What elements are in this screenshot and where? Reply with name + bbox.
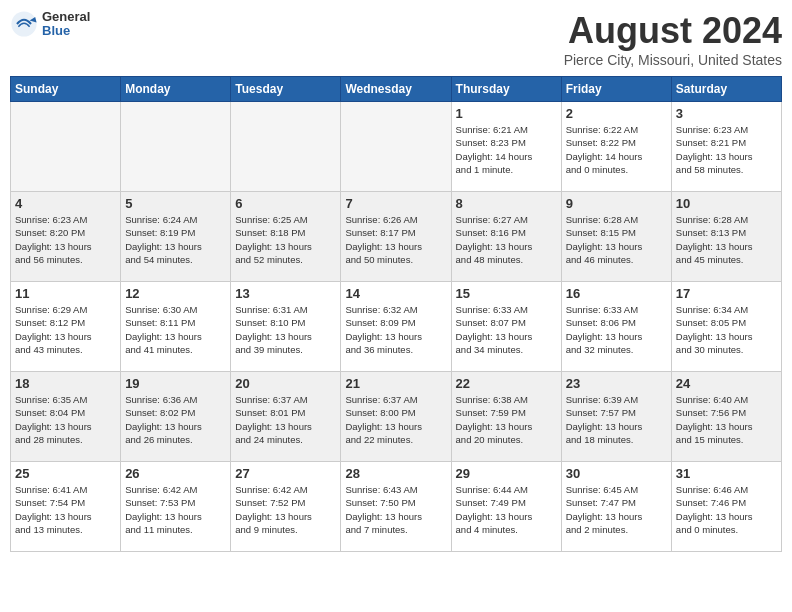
day-number: 26 bbox=[125, 466, 226, 481]
day-number: 21 bbox=[345, 376, 446, 391]
day-number: 12 bbox=[125, 286, 226, 301]
calendar-cell: 24Sunrise: 6:40 AM Sunset: 7:56 PM Dayli… bbox=[671, 372, 781, 462]
calendar-week-2: 4Sunrise: 6:23 AM Sunset: 8:20 PM Daylig… bbox=[11, 192, 782, 282]
day-info: Sunrise: 6:42 AM Sunset: 7:53 PM Dayligh… bbox=[125, 483, 226, 536]
calendar-cell: 15Sunrise: 6:33 AM Sunset: 8:07 PM Dayli… bbox=[451, 282, 561, 372]
calendar-cell: 9Sunrise: 6:28 AM Sunset: 8:15 PM Daylig… bbox=[561, 192, 671, 282]
calendar-cell: 3Sunrise: 6:23 AM Sunset: 8:21 PM Daylig… bbox=[671, 102, 781, 192]
weekday-header-friday: Friday bbox=[561, 77, 671, 102]
weekday-header-monday: Monday bbox=[121, 77, 231, 102]
day-number: 23 bbox=[566, 376, 667, 391]
day-info: Sunrise: 6:22 AM Sunset: 8:22 PM Dayligh… bbox=[566, 123, 667, 176]
calendar-week-5: 25Sunrise: 6:41 AM Sunset: 7:54 PM Dayli… bbox=[11, 462, 782, 552]
day-number: 5 bbox=[125, 196, 226, 211]
day-number: 8 bbox=[456, 196, 557, 211]
day-number: 31 bbox=[676, 466, 777, 481]
month-title: August 2024 bbox=[564, 10, 782, 52]
calendar-cell: 12Sunrise: 6:30 AM Sunset: 8:11 PM Dayli… bbox=[121, 282, 231, 372]
day-info: Sunrise: 6:38 AM Sunset: 7:59 PM Dayligh… bbox=[456, 393, 557, 446]
calendar-cell: 25Sunrise: 6:41 AM Sunset: 7:54 PM Dayli… bbox=[11, 462, 121, 552]
day-info: Sunrise: 6:36 AM Sunset: 8:02 PM Dayligh… bbox=[125, 393, 226, 446]
day-info: Sunrise: 6:30 AM Sunset: 8:11 PM Dayligh… bbox=[125, 303, 226, 356]
day-info: Sunrise: 6:26 AM Sunset: 8:17 PM Dayligh… bbox=[345, 213, 446, 266]
calendar-week-4: 18Sunrise: 6:35 AM Sunset: 8:04 PM Dayli… bbox=[11, 372, 782, 462]
day-number: 13 bbox=[235, 286, 336, 301]
day-info: Sunrise: 6:23 AM Sunset: 8:21 PM Dayligh… bbox=[676, 123, 777, 176]
logo: General Blue bbox=[10, 10, 90, 39]
day-number: 7 bbox=[345, 196, 446, 211]
day-number: 24 bbox=[676, 376, 777, 391]
day-number: 9 bbox=[566, 196, 667, 211]
day-info: Sunrise: 6:43 AM Sunset: 7:50 PM Dayligh… bbox=[345, 483, 446, 536]
day-info: Sunrise: 6:29 AM Sunset: 8:12 PM Dayligh… bbox=[15, 303, 116, 356]
calendar-cell: 10Sunrise: 6:28 AM Sunset: 8:13 PM Dayli… bbox=[671, 192, 781, 282]
day-info: Sunrise: 6:23 AM Sunset: 8:20 PM Dayligh… bbox=[15, 213, 116, 266]
calendar-cell bbox=[121, 102, 231, 192]
day-number: 18 bbox=[15, 376, 116, 391]
calendar-cell: 7Sunrise: 6:26 AM Sunset: 8:17 PM Daylig… bbox=[341, 192, 451, 282]
calendar-week-1: 1Sunrise: 6:21 AM Sunset: 8:23 PM Daylig… bbox=[11, 102, 782, 192]
calendar-cell bbox=[341, 102, 451, 192]
day-number: 3 bbox=[676, 106, 777, 121]
calendar-cell: 31Sunrise: 6:46 AM Sunset: 7:46 PM Dayli… bbox=[671, 462, 781, 552]
day-number: 29 bbox=[456, 466, 557, 481]
day-number: 10 bbox=[676, 196, 777, 211]
weekday-header-wednesday: Wednesday bbox=[341, 77, 451, 102]
location: Pierce City, Missouri, United States bbox=[564, 52, 782, 68]
weekday-header-thursday: Thursday bbox=[451, 77, 561, 102]
logo-general-text: General bbox=[42, 10, 90, 24]
weekday-header-row: SundayMondayTuesdayWednesdayThursdayFrid… bbox=[11, 77, 782, 102]
day-number: 2 bbox=[566, 106, 667, 121]
calendar-cell: 1Sunrise: 6:21 AM Sunset: 8:23 PM Daylig… bbox=[451, 102, 561, 192]
calendar-cell: 14Sunrise: 6:32 AM Sunset: 8:09 PM Dayli… bbox=[341, 282, 451, 372]
day-number: 1 bbox=[456, 106, 557, 121]
day-info: Sunrise: 6:39 AM Sunset: 7:57 PM Dayligh… bbox=[566, 393, 667, 446]
calendar-cell: 13Sunrise: 6:31 AM Sunset: 8:10 PM Dayli… bbox=[231, 282, 341, 372]
day-number: 16 bbox=[566, 286, 667, 301]
calendar-cell: 21Sunrise: 6:37 AM Sunset: 8:00 PM Dayli… bbox=[341, 372, 451, 462]
day-info: Sunrise: 6:33 AM Sunset: 8:06 PM Dayligh… bbox=[566, 303, 667, 356]
calendar-cell: 11Sunrise: 6:29 AM Sunset: 8:12 PM Dayli… bbox=[11, 282, 121, 372]
day-info: Sunrise: 6:45 AM Sunset: 7:47 PM Dayligh… bbox=[566, 483, 667, 536]
calendar-cell: 17Sunrise: 6:34 AM Sunset: 8:05 PM Dayli… bbox=[671, 282, 781, 372]
calendar-cell: 23Sunrise: 6:39 AM Sunset: 7:57 PM Dayli… bbox=[561, 372, 671, 462]
day-info: Sunrise: 6:40 AM Sunset: 7:56 PM Dayligh… bbox=[676, 393, 777, 446]
weekday-header-sunday: Sunday bbox=[11, 77, 121, 102]
day-number: 20 bbox=[235, 376, 336, 391]
weekday-header-tuesday: Tuesday bbox=[231, 77, 341, 102]
calendar-cell: 2Sunrise: 6:22 AM Sunset: 8:22 PM Daylig… bbox=[561, 102, 671, 192]
calendar-cell: 28Sunrise: 6:43 AM Sunset: 7:50 PM Dayli… bbox=[341, 462, 451, 552]
calendar-cell: 18Sunrise: 6:35 AM Sunset: 8:04 PM Dayli… bbox=[11, 372, 121, 462]
calendar-cell: 22Sunrise: 6:38 AM Sunset: 7:59 PM Dayli… bbox=[451, 372, 561, 462]
day-number: 30 bbox=[566, 466, 667, 481]
day-info: Sunrise: 6:44 AM Sunset: 7:49 PM Dayligh… bbox=[456, 483, 557, 536]
calendar-cell: 6Sunrise: 6:25 AM Sunset: 8:18 PM Daylig… bbox=[231, 192, 341, 282]
calendar-cell: 30Sunrise: 6:45 AM Sunset: 7:47 PM Dayli… bbox=[561, 462, 671, 552]
day-number: 14 bbox=[345, 286, 446, 301]
calendar-table: SundayMondayTuesdayWednesdayThursdayFrid… bbox=[10, 76, 782, 552]
day-info: Sunrise: 6:28 AM Sunset: 8:15 PM Dayligh… bbox=[566, 213, 667, 266]
title-block: August 2024 Pierce City, Missouri, Unite… bbox=[564, 10, 782, 68]
logo-text: General Blue bbox=[42, 10, 90, 39]
day-number: 15 bbox=[456, 286, 557, 301]
logo-blue-text: Blue bbox=[42, 24, 90, 38]
day-info: Sunrise: 6:28 AM Sunset: 8:13 PM Dayligh… bbox=[676, 213, 777, 266]
calendar-cell: 27Sunrise: 6:42 AM Sunset: 7:52 PM Dayli… bbox=[231, 462, 341, 552]
day-number: 28 bbox=[345, 466, 446, 481]
day-info: Sunrise: 6:24 AM Sunset: 8:19 PM Dayligh… bbox=[125, 213, 226, 266]
day-info: Sunrise: 6:33 AM Sunset: 8:07 PM Dayligh… bbox=[456, 303, 557, 356]
day-info: Sunrise: 6:32 AM Sunset: 8:09 PM Dayligh… bbox=[345, 303, 446, 356]
day-info: Sunrise: 6:37 AM Sunset: 8:00 PM Dayligh… bbox=[345, 393, 446, 446]
calendar-cell: 4Sunrise: 6:23 AM Sunset: 8:20 PM Daylig… bbox=[11, 192, 121, 282]
day-number: 27 bbox=[235, 466, 336, 481]
calendar-cell: 16Sunrise: 6:33 AM Sunset: 8:06 PM Dayli… bbox=[561, 282, 671, 372]
day-info: Sunrise: 6:46 AM Sunset: 7:46 PM Dayligh… bbox=[676, 483, 777, 536]
day-info: Sunrise: 6:31 AM Sunset: 8:10 PM Dayligh… bbox=[235, 303, 336, 356]
day-number: 19 bbox=[125, 376, 226, 391]
day-info: Sunrise: 6:35 AM Sunset: 8:04 PM Dayligh… bbox=[15, 393, 116, 446]
calendar-week-3: 11Sunrise: 6:29 AM Sunset: 8:12 PM Dayli… bbox=[11, 282, 782, 372]
page-header: General Blue August 2024 Pierce City, Mi… bbox=[10, 10, 782, 68]
day-info: Sunrise: 6:42 AM Sunset: 7:52 PM Dayligh… bbox=[235, 483, 336, 536]
logo-icon bbox=[10, 10, 38, 38]
calendar-cell: 26Sunrise: 6:42 AM Sunset: 7:53 PM Dayli… bbox=[121, 462, 231, 552]
